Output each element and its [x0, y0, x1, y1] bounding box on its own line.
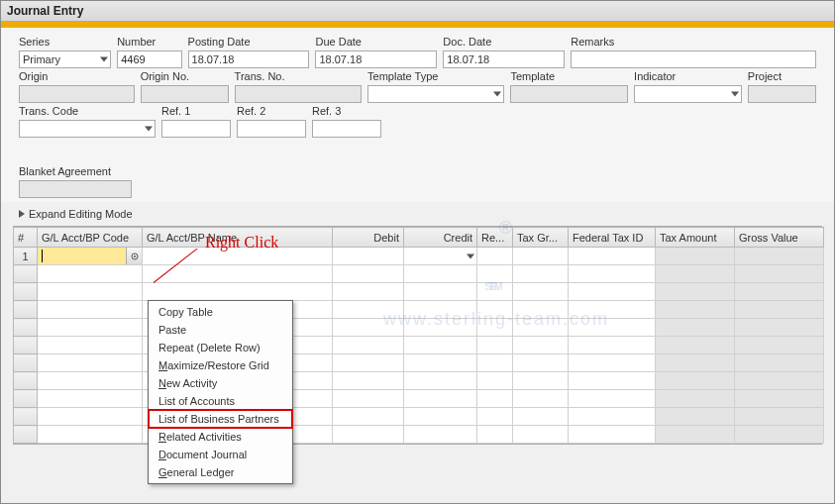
cell-fedtax[interactable]: [569, 390, 656, 408]
cell-debit[interactable]: [333, 337, 404, 354]
series-select[interactable]: Primary: [19, 50, 111, 68]
cell-taxamt[interactable]: [656, 265, 735, 283]
cell-credit[interactable]: [404, 301, 477, 319]
col-rownum[interactable]: #: [14, 228, 38, 248]
cell-credit[interactable]: [404, 265, 477, 283]
ref3-input[interactable]: [312, 120, 381, 138]
cell-code[interactable]: [38, 426, 143, 444]
cell-re[interactable]: [477, 337, 513, 354]
cell-gross[interactable]: [735, 248, 824, 265]
cell-gross[interactable]: [735, 390, 824, 408]
cell-credit[interactable]: [404, 426, 477, 444]
cell-taxgr[interactable]: [513, 319, 569, 337]
cell-re[interactable]: [477, 301, 513, 319]
row-number-cell[interactable]: [14, 408, 38, 426]
cell-taxamt[interactable]: [656, 426, 735, 444]
indicator-select[interactable]: [634, 85, 742, 103]
col-taxgr[interactable]: Tax Gr...: [513, 228, 569, 248]
row-number-cell[interactable]: [14, 301, 38, 319]
cell-taxgr[interactable]: [513, 354, 569, 372]
expand-editing-mode-toggle[interactable]: Expand Editing Mode: [1, 202, 834, 224]
cell-debit[interactable]: [333, 390, 404, 408]
cell-re[interactable]: [477, 265, 513, 283]
ref1-input[interactable]: [161, 120, 231, 138]
cell-credit[interactable]: [404, 337, 477, 354]
col-fedtax[interactable]: Federal Tax ID: [569, 228, 656, 248]
row-number-cell[interactable]: [14, 372, 38, 390]
cell-fedtax[interactable]: [569, 248, 656, 265]
cell-debit[interactable]: [333, 265, 404, 283]
cell-fedtax[interactable]: [569, 426, 656, 444]
cell-re[interactable]: [477, 372, 513, 390]
cell-debit[interactable]: [333, 354, 404, 372]
col-code[interactable]: G/L Acct/BP Code: [38, 228, 143, 248]
cell-code[interactable]: [38, 319, 143, 337]
template-type-select[interactable]: [367, 85, 504, 103]
cell-gross[interactable]: [735, 283, 824, 301]
cell-code[interactable]: [38, 372, 143, 390]
context-menu-item[interactable]: Paste: [149, 321, 292, 339]
cell-gross[interactable]: [735, 337, 824, 354]
cell-taxamt[interactable]: [656, 372, 735, 390]
row-number-cell[interactable]: [14, 283, 38, 301]
cell-code[interactable]: [38, 265, 143, 283]
table-row[interactable]: [14, 283, 824, 301]
row-number-cell[interactable]: [14, 265, 38, 283]
cell-taxgr[interactable]: [513, 337, 569, 354]
cell-taxgr[interactable]: [513, 408, 569, 426]
cell-debit[interactable]: [333, 248, 404, 265]
due-date-input[interactable]: 18.07.18: [315, 50, 437, 68]
cell-fedtax[interactable]: [569, 337, 656, 354]
posting-date-input[interactable]: 18.07.18: [188, 50, 310, 68]
context-menu-item[interactable]: General Ledger: [149, 463, 292, 481]
cell-re[interactable]: [477, 426, 513, 444]
cell-credit[interactable]: [404, 408, 477, 426]
table-row[interactable]: [14, 426, 824, 444]
cell-re[interactable]: [477, 390, 513, 408]
cell-name[interactable]: [143, 283, 333, 301]
cell-taxamt[interactable]: [656, 337, 735, 354]
cell-gross[interactable]: [735, 265, 824, 283]
col-taxamt[interactable]: Tax Amount: [656, 228, 735, 248]
cell-debit[interactable]: [333, 372, 404, 390]
col-re[interactable]: Re...: [477, 228, 513, 248]
choose-from-list-icon[interactable]: [126, 248, 142, 264]
cell-taxamt[interactable]: [656, 319, 735, 337]
table-row[interactable]: [14, 354, 824, 372]
cell-code[interactable]: [38, 337, 143, 354]
table-row[interactable]: [14, 390, 824, 408]
cell-fedtax[interactable]: [569, 283, 656, 301]
context-menu-item[interactable]: Related Activities: [149, 428, 292, 446]
cell-gross[interactable]: [735, 372, 824, 390]
col-debit[interactable]: Debit: [333, 228, 404, 248]
context-menu-item[interactable]: Document Journal: [149, 446, 292, 463]
row-number-cell[interactable]: [14, 390, 38, 408]
cell-code[interactable]: [38, 408, 143, 426]
cell-re[interactable]: [477, 319, 513, 337]
cell-debit[interactable]: [333, 408, 404, 426]
context-menu-item[interactable]: List of Accounts: [149, 392, 292, 410]
cell-taxamt[interactable]: [656, 408, 735, 426]
context-menu-item[interactable]: Maximize/Restore Grid: [149, 356, 292, 374]
cell-re[interactable]: [477, 283, 513, 301]
cell-code[interactable]: [38, 301, 143, 319]
cell-gross[interactable]: [735, 408, 824, 426]
cell-fedtax[interactable]: [569, 354, 656, 372]
cell-gross[interactable]: [735, 301, 824, 319]
remarks-input[interactable]: [571, 50, 816, 68]
col-gross[interactable]: Gross Value: [735, 228, 824, 248]
cell-debit[interactable]: [333, 301, 404, 319]
row-number-cell[interactable]: [14, 426, 38, 444]
cell-taxamt[interactable]: [656, 248, 735, 265]
cell-taxamt[interactable]: [656, 390, 735, 408]
table-row[interactable]: [14, 319, 824, 337]
cell-credit[interactable]: [404, 390, 477, 408]
cell-code[interactable]: [38, 283, 143, 301]
cell-gross[interactable]: [735, 354, 824, 372]
table-row[interactable]: [14, 372, 824, 390]
cell-fedtax[interactable]: [569, 319, 656, 337]
cell-code[interactable]: [38, 390, 143, 408]
cell-taxamt[interactable]: [656, 283, 735, 301]
cell-taxgr[interactable]: [513, 372, 569, 390]
row-number-cell[interactable]: [14, 319, 38, 337]
